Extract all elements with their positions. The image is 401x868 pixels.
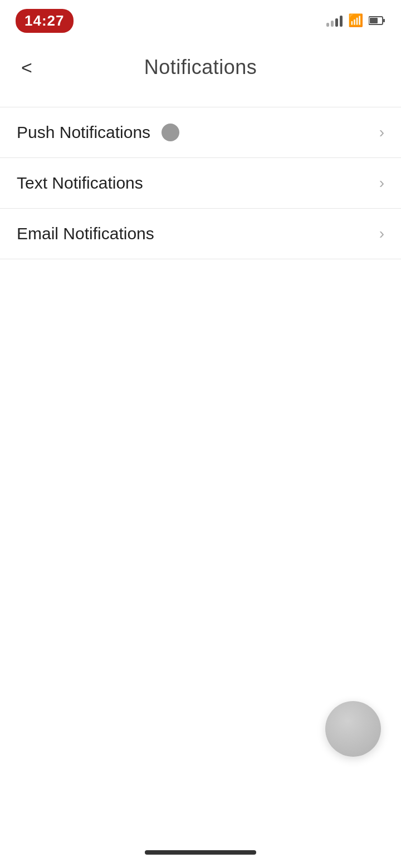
signal-bar-3 — [335, 18, 338, 27]
text-notifications-left: Text Notifications — [17, 174, 143, 193]
text-notifications-item[interactable]: Text Notifications › — [0, 158, 401, 209]
email-notifications-item[interactable]: Email Notifications › — [0, 209, 401, 259]
floating-action-button[interactable] — [325, 701, 381, 757]
email-notifications-chevron-icon: › — [379, 225, 384, 243]
battery-icon — [369, 16, 385, 26]
signal-bar-4 — [340, 16, 343, 27]
back-button[interactable]: < — [17, 53, 37, 81]
signal-bar-2 — [331, 21, 334, 27]
signal-bar-1 — [326, 23, 329, 27]
home-indicator — [145, 850, 256, 855]
email-notifications-left: Email Notifications — [17, 224, 154, 243]
status-time: 14:27 — [16, 9, 74, 33]
svg-rect-2 — [383, 19, 385, 22]
svg-rect-1 — [370, 18, 378, 23]
nav-header: < Notifications — [0, 45, 401, 90]
push-notifications-left: Push Notifications — [17, 123, 179, 142]
signal-icon — [326, 14, 343, 27]
back-chevron-icon: < — [21, 58, 32, 77]
email-notifications-label: Email Notifications — [17, 224, 154, 243]
status-icons: 📶 — [326, 13, 385, 28]
page-title: Notifications — [144, 56, 257, 79]
push-notifications-label: Push Notifications — [17, 123, 150, 142]
wifi-icon: 📶 — [348, 13, 363, 28]
push-notifications-toggle[interactable] — [162, 124, 179, 141]
text-notifications-chevron-icon: › — [379, 174, 384, 192]
notification-list: Push Notifications › Text Notifications … — [0, 107, 401, 259]
push-notifications-chevron-icon: › — [379, 124, 384, 141]
text-notifications-label: Text Notifications — [17, 174, 143, 193]
push-notifications-item[interactable]: Push Notifications › — [0, 107, 401, 158]
status-bar: 14:27 📶 — [0, 0, 401, 39]
